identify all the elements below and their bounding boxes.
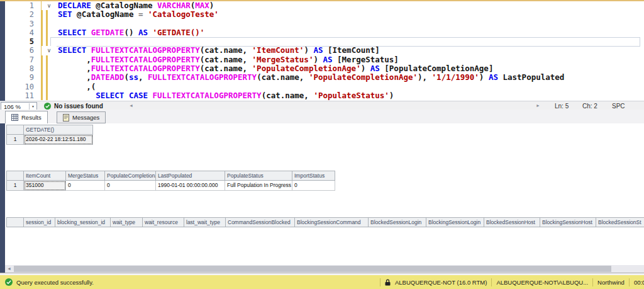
code-line[interactable]: 2SET @CatalogName = 'CatalogoTeste' (5, 10, 644, 19)
database-name[interactable]: Northwind (597, 279, 625, 286)
chevron-down-icon[interactable]: ▼ (29, 103, 36, 110)
fold-margin (42, 37, 57, 46)
editor-scroll-left-icon[interactable]: ◄ (129, 103, 133, 108)
column-header[interactable]: last_wait_type (184, 217, 226, 227)
grid-corner-cell (6, 171, 24, 181)
column-header[interactable]: BlockingSessionLogin (426, 217, 484, 227)
grid-corner-cell (6, 125, 24, 135)
code-line[interactable]: 6∨SELECT FULLTEXTCATALOGPROPERTY(cat.nam… (5, 46, 644, 55)
code-text (57, 37, 58, 46)
results-horizontal-scrollbar[interactable]: ◄ (5, 265, 644, 273)
column-header[interactable]: BlockedSessionSt (596, 217, 644, 227)
column-header[interactable]: BlockedSessionHost (484, 217, 540, 227)
column-header[interactable]: ImportStatus (292, 171, 335, 181)
grid-catalog-properties: ItemCountMergeStatusPopulateCompletionAg… (6, 171, 335, 191)
code-text: SELECT FULLTEXTCATALOGPROPERTY(cat.name,… (57, 46, 380, 55)
code-editor[interactable]: 1∨DECLARE @CatalogName VARCHAR(MAX)2SET … (5, 1, 644, 101)
scroll-left-arrow-icon[interactable]: ◄ (5, 265, 13, 273)
query-status-bar: Query executed successfully. ALBUQUERQUE… (0, 275, 644, 289)
row-header[interactable]: 1 (6, 181, 24, 191)
line-number: 5 (5, 37, 42, 46)
success-check-icon (5, 278, 13, 286)
check-circle-icon (44, 103, 51, 110)
code-text: ,FULLTEXTCATALOGPROPERTY(cat.name, 'Merg… (57, 55, 399, 64)
lock-icon (385, 279, 391, 286)
code-line[interactable]: 9 ,DATEADD(ss, FULLTEXTCATALOGPROPERTY(c… (5, 73, 644, 82)
column-header[interactable]: BlockingSessionCommand (295, 217, 369, 227)
column-header[interactable]: MergeStatus (66, 171, 105, 181)
line-number: 11 (5, 91, 42, 100)
statusbar-separator (629, 278, 630, 286)
tab-messages[interactable]: Messages (57, 111, 106, 123)
column-header[interactable]: session_id (24, 217, 55, 227)
query-status-left: Query executed successfully. (5, 275, 94, 289)
grid-sessions: session_idblocking_session_idwait_typewa… (6, 217, 644, 227)
status-insert-mode: SPC (612, 103, 625, 110)
line-number: 2 (5, 10, 42, 19)
status-column-number: Ch: 2 (582, 103, 597, 110)
editor-status-strip: 106 % ▼ No issues found ◄ ► Ln: 5 Ch: 2 … (0, 101, 644, 110)
grid-corner-cell (6, 217, 24, 227)
column-header[interactable]: PopulateStatus (225, 171, 292, 181)
column-header[interactable]: BlockingSessionHost (540, 217, 596, 227)
results-grid-icon (11, 114, 18, 121)
code-line[interactable]: 3 (5, 20, 644, 28)
tab-results[interactable]: Results (5, 111, 48, 123)
code-text: ,DATEADD(ss, FULLTEXTCATALOGPROPERTY(cat… (57, 73, 564, 82)
fold-chevron-icon[interactable]: ∨ (42, 1, 57, 10)
query-status-right: ALBUQUERQUE-NOT (16.0 RTM) ALBUQUERQUE-N… (380, 275, 644, 289)
grid-cell[interactable]: Full Population In Progress (225, 181, 292, 191)
code-lines: 1∨DECLARE @CatalogName VARCHAR(MAX)2SET … (5, 1, 644, 100)
grid-cell[interactable]: 2026-02-22 18:12:51.180 (24, 135, 93, 145)
column-header[interactable]: PopulateCompletionAge (105, 171, 156, 181)
grid-cell[interactable]: 0 (105, 181, 156, 191)
code-line[interactable]: 10 ,( (5, 82, 644, 91)
login-name[interactable]: ALBUQUERQUE-NOT\ALBUQU... (496, 279, 588, 286)
status-line-number: Ln: 5 (555, 103, 569, 110)
column-header[interactable]: wait_resource (143, 217, 184, 227)
column-header[interactable]: blocking_session_id (55, 217, 111, 227)
column-header[interactable]: BlockedSessionLogin (369, 217, 426, 227)
fold-margin (42, 64, 57, 73)
code-text: SET @CatalogName = 'CatalogoTeste' (57, 10, 219, 19)
row-header[interactable]: 1 (6, 135, 24, 145)
fold-margin (42, 82, 57, 91)
column-header[interactable]: GETDATE() (24, 125, 93, 135)
health-indicator[interactable]: No issues found (44, 101, 103, 110)
column-header[interactable]: wait_type (111, 217, 143, 227)
tab-results-label: Results (21, 114, 42, 121)
grid-cell[interactable]: 0 (66, 181, 105, 191)
code-line[interactable]: 1∨DECLARE @CatalogName VARCHAR(MAX) (5, 1, 644, 10)
line-number: 8 (5, 64, 42, 73)
code-line[interactable]: 11 SELECT CASE FULLTEXTCATALOGPROPERTY(c… (5, 91, 644, 100)
statusbar-separator (491, 278, 492, 286)
health-text: No issues found (54, 103, 103, 110)
column-header[interactable]: LastPopulated (156, 171, 225, 181)
column-header[interactable]: ItemCount (24, 171, 66, 181)
fold-margin (42, 10, 57, 19)
grid-getdate: GETDATE()12026-02-22 18:12:51.180 (6, 125, 93, 145)
fold-margin (42, 73, 57, 82)
code-line[interactable]: 4SELECT GETDATE() AS 'GETDATE()' (5, 28, 644, 37)
line-number: 7 (5, 55, 42, 64)
fold-margin (42, 20, 57, 28)
server-name[interactable]: ALBUQUERQUE-NOT (16.0 RTM) (395, 279, 487, 286)
line-number: 1 (5, 1, 42, 10)
scrollbar-thumb[interactable] (14, 266, 611, 272)
fold-chevron-icon[interactable]: ∨ (42, 46, 57, 55)
code-text: ,( (57, 82, 96, 91)
left-edge-strip (0, 1, 5, 275)
results-grids: GETDATE()12026-02-22 18:12:51.180ItemCou… (5, 123, 644, 273)
grid-cell[interactable]: 0 (292, 181, 335, 191)
code-text (57, 20, 58, 28)
zoom-level: 106 % (1, 103, 29, 110)
code-text: ,FULLTEXTCATALOGPROPERTY(cat.name, 'Popu… (57, 64, 493, 73)
grid-cell[interactable]: 1990-01-01 00:00:00.000 (156, 181, 225, 191)
grid-cell[interactable]: 351000 (24, 181, 66, 191)
column-header[interactable]: CommandSessionBlocked (226, 217, 295, 227)
editor-scroll-right-icon[interactable]: ► (536, 103, 540, 108)
code-line[interactable]: 7 ,FULLTEXTCATALOGPROPERTY(cat.name, 'Me… (5, 55, 644, 64)
code-line[interactable]: 5 (5, 37, 644, 46)
code-line[interactable]: 8 ,FULLTEXTCATALOGPROPERTY(cat.name, 'Po… (5, 64, 644, 73)
code-text: SELECT CASE FULLTEXTCATALOGPROPERTY(cat.… (57, 91, 394, 100)
